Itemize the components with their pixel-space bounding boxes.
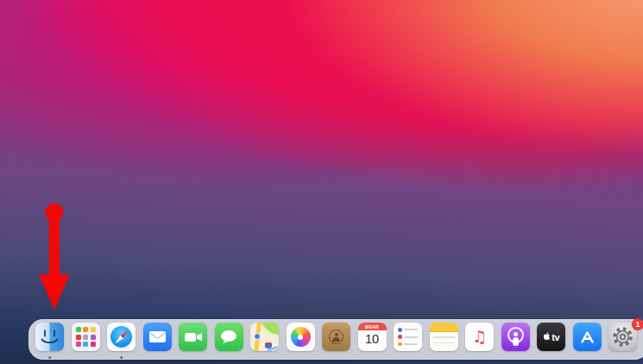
safari-icon xyxy=(107,323,136,351)
dock-item-app-store[interactable] xyxy=(573,323,602,360)
dock-item-safari[interactable] xyxy=(107,323,136,360)
facetime-icon xyxy=(179,323,207,351)
dock: MEHR 10 ♫ xyxy=(28,319,643,360)
notification-badge: 1 xyxy=(632,318,643,330)
tv-label: tv xyxy=(552,332,559,342)
contact-silhouette-body xyxy=(332,337,340,342)
photos-icon xyxy=(287,323,315,351)
podcasts-figure-body xyxy=(513,337,519,346)
map-park-area xyxy=(260,323,279,338)
maps-icon xyxy=(250,323,279,351)
desktop-wallpaper xyxy=(0,0,643,364)
contacts-icon xyxy=(322,323,350,351)
map-location-dot xyxy=(254,333,261,340)
dock-item-apple-tv[interactable]: tv xyxy=(537,323,565,360)
dock-item-reminders[interactable] xyxy=(394,323,422,360)
dock-item-maps[interactable] xyxy=(250,323,279,360)
dock-item-calendar[interactable]: MEHR 10 xyxy=(358,323,387,360)
apple-tv-icon: tv xyxy=(537,323,565,351)
reminders-icon xyxy=(394,323,422,351)
calendar-month: MEHR xyxy=(358,323,387,330)
compass-needle xyxy=(113,329,129,345)
dock-item-system-preferences[interactable]: 1 xyxy=(608,323,637,360)
podcasts-figure-head xyxy=(514,332,518,336)
running-indicator xyxy=(120,356,123,360)
camera-body xyxy=(185,333,196,342)
music-icon: ♫ xyxy=(465,323,494,351)
dock-item-contacts[interactable] xyxy=(322,323,350,360)
app-store-icon xyxy=(573,323,602,351)
messages-icon xyxy=(215,323,243,351)
music-note-glyph: ♫ xyxy=(472,329,487,345)
map-route-shield xyxy=(265,342,272,348)
running-indicator xyxy=(48,356,52,360)
dock-item-finder[interactable] xyxy=(35,323,64,360)
calendar-icon: MEHR 10 xyxy=(358,323,387,351)
dock-item-music[interactable]: ♫ xyxy=(465,323,494,360)
launchpad-icon xyxy=(72,323,100,351)
podcasts-icon xyxy=(501,323,530,351)
contact-silhouette-head xyxy=(335,333,338,336)
dock-item-photos[interactable] xyxy=(287,323,315,360)
dock-item-messages[interactable] xyxy=(215,323,243,360)
mail-icon xyxy=(143,323,172,351)
notes-header-band xyxy=(430,323,458,332)
desktop: MEHR 10 ♫ xyxy=(0,0,643,364)
speech-bubble xyxy=(221,330,236,342)
calendar-day: 10 xyxy=(365,333,379,346)
notes-icon xyxy=(430,323,458,351)
dock-item-launchpad[interactable] xyxy=(72,323,100,360)
finder-icon xyxy=(35,323,64,351)
dock-item-podcasts[interactable] xyxy=(501,323,530,360)
annotation-arrow-down-icon xyxy=(34,200,75,312)
dock-item-mail[interactable] xyxy=(143,323,172,360)
camera-prism xyxy=(197,333,203,342)
dock-item-notes[interactable] xyxy=(430,323,458,360)
dock-item-facetime[interactable] xyxy=(179,323,207,360)
apple-logo-icon xyxy=(543,332,551,342)
